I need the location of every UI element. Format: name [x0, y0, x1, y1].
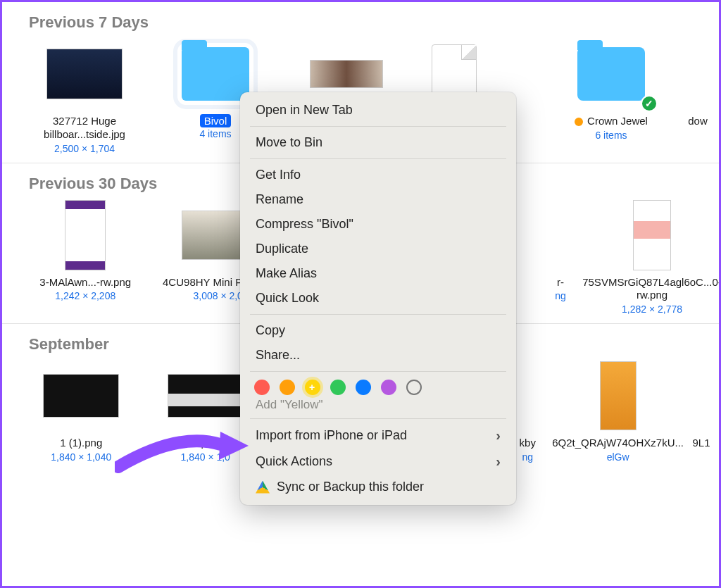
file-name-selected: Bivol: [200, 115, 232, 127]
file-name: Crown Jewel: [575, 115, 648, 128]
file-item[interactable]: 9L1: [684, 361, 719, 450]
tag-purple[interactable]: [381, 380, 396, 395]
folder-icon: ✓: [569, 39, 653, 109]
file-name: dow: [688, 115, 708, 128]
file-subtitle: 4 items: [199, 128, 231, 139]
file-subtitle: 2,500 × 1,704: [54, 143, 115, 154]
menu-divider: [250, 418, 506, 419]
file-subtitle: elGw: [607, 451, 629, 463]
file-name: 327712 Huge billboar...tside.jpg: [19, 115, 150, 142]
tag-red[interactable]: [254, 380, 270, 395]
file-subtitle: 6 items: [595, 130, 627, 141]
menu-divider: [250, 371, 506, 372]
menu-divider: [250, 158, 506, 159]
file-name: r-: [557, 276, 564, 289]
file-name: 75SVMSrGiQ87L4agl6oC...0-rw.png: [582, 276, 721, 303]
file-subtitle: ng: [555, 290, 566, 301]
menu-tags-row: +: [240, 375, 516, 396]
menu-divider: [250, 314, 506, 315]
file-subtitle: ng: [522, 451, 533, 463]
image-thumbnail: [43, 200, 127, 270]
file-item[interactable]: 1 (1).png 1,840 × 1,040: [19, 361, 143, 463]
image-thumbnail: [610, 200, 694, 270]
menu-import-iphone[interactable]: Import from iPhone or iPad›: [240, 423, 516, 449]
menu-open-new-tab[interactable]: Open in New Tab: [240, 98, 516, 123]
file-name: 3-MAlAwn...-rw.png: [39, 276, 131, 289]
file-item[interactable]: r- ng: [536, 200, 585, 302]
menu-copy[interactable]: Copy: [240, 318, 516, 343]
file-subtitle: 1,840 × 1,040: [51, 451, 111, 463]
file-subtitle: 1,282 × 2,778: [622, 304, 682, 315]
image-thumbnail: [42, 39, 127, 109]
file-name: 1 (1).png: [60, 437, 102, 450]
file-subtitle: 1,242 × 2,208: [55, 290, 115, 301]
image-thumbnail: [163, 361, 248, 431]
file-name: 9L1: [692, 437, 710, 450]
file-subtitle: 3,008 × 2,0: [193, 290, 242, 301]
finder-window: Previous 7 Days 327712 Huge billboar...t…: [0, 0, 721, 588]
file-name: kby: [520, 437, 536, 450]
context-menu: Open in New Tab Move to Bin Get Info Ren…: [240, 92, 516, 505]
tag-yellow[interactable]: +: [305, 380, 320, 395]
menu-divider: [250, 126, 506, 127]
chevron-right-icon: ›: [496, 453, 501, 470]
file-subtitle: 1,840 × 1,0: [180, 451, 230, 463]
menu-add-tag-label: Add "Yellow": [240, 396, 516, 415]
image-thumbnail: [656, 39, 721, 109]
menu-move-to-bin[interactable]: Move to Bin: [240, 130, 516, 155]
tag-green[interactable]: [330, 380, 346, 395]
google-drive-icon: [256, 481, 270, 494]
tag-blue[interactable]: [356, 380, 371, 395]
file-name: 1.png: [192, 437, 219, 450]
menu-make-alias[interactable]: Make Alias: [240, 261, 516, 286]
chevron-right-icon: ›: [496, 427, 501, 444]
file-item[interactable]: 327712 Huge billboar...tside.jpg 2,500 ×…: [19, 39, 150, 154]
tag-none[interactable]: [406, 380, 422, 395]
image-thumbnail: [39, 361, 123, 431]
file-item[interactable]: dow: [677, 39, 719, 128]
menu-duplicate[interactable]: Duplicate: [240, 237, 516, 261]
menu-compress[interactable]: Compress "Bivol": [240, 212, 516, 237]
file-item[interactable]: 3-MAlAwn...-rw.png 1,242 × 2,208: [19, 200, 151, 302]
menu-sync-backup[interactable]: Sync or Backup this folder: [240, 475, 516, 499]
menu-get-info[interactable]: Get Info: [240, 163, 516, 187]
menu-rename[interactable]: Rename: [240, 187, 516, 212]
file-item[interactable]: 75SVMSrGiQ87L4agl6oC...0-rw.png 1,282 × …: [585, 200, 719, 315]
image-thumbnail: [659, 361, 721, 431]
menu-quick-actions[interactable]: Quick Actions›: [240, 449, 516, 475]
menu-share[interactable]: Share...: [240, 343, 516, 368]
tag-orange[interactable]: [280, 380, 295, 395]
image-thumbnail: [518, 200, 603, 270]
file-name: 6Q2t_QRAjW74OHXz7kU...: [552, 437, 684, 450]
menu-quick-look[interactable]: Quick Look: [240, 286, 516, 311]
image-thumbnail: [576, 361, 660, 431]
tag-dot-icon: [575, 118, 583, 126]
section-header-prev7: Previous 7 Days: [2, 2, 719, 32]
